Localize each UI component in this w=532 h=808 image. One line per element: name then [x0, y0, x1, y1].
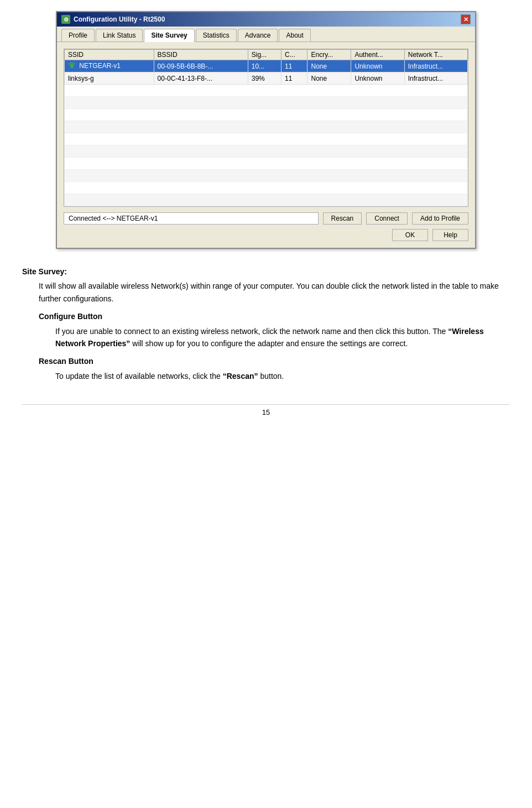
- section-title: Site Survey:: [22, 265, 510, 278]
- rescan-title: Rescan Button: [39, 355, 510, 367]
- cell-ssid: NETGEAR-v1: [65, 60, 154, 72]
- table-row-empty: [65, 170, 468, 182]
- rescan-bold: “Rescan”: [223, 372, 258, 380]
- configure-text-before: If you are unable to connect to an exist…: [55, 327, 448, 336]
- configure-para: If you are unable to connect to an exist…: [55, 325, 510, 350]
- table-row-empty: [65, 194, 468, 206]
- add-to-profile-button[interactable]: Add to Profile: [412, 212, 468, 225]
- cell-nettype: Infrastruct...: [404, 60, 467, 72]
- rescan-para: To update the list of available networks…: [55, 370, 510, 382]
- cell-c: 11: [281, 60, 307, 72]
- col-auth: Authent...: [351, 50, 404, 60]
- table-row[interactable]: linksys-g 00-0C-41-13-F8-... 39% 11 None…: [65, 72, 468, 85]
- window-title: Configuration Utility - Rt2500: [74, 15, 165, 23]
- rescan-text-before: To update the list of available networks…: [55, 372, 223, 380]
- configure-text-after: will show up for you to configure the ad…: [130, 339, 408, 348]
- rescan-button[interactable]: Rescan: [323, 212, 362, 225]
- table-row-empty: [65, 145, 468, 158]
- tab-profile[interactable]: Profile: [61, 29, 95, 41]
- help-button[interactable]: Help: [432, 229, 468, 241]
- cell-nettype: Infrastruct...: [404, 72, 467, 85]
- cell-sig: 39%: [248, 72, 281, 85]
- cell-sig: 10...: [248, 60, 281, 72]
- configure-title: Configure Button: [39, 310, 510, 322]
- network-table: SSID BSSID Sig... C... Encry... Authent.…: [64, 49, 468, 206]
- status-box: Connected <--> NETGEAR-v1: [64, 212, 319, 225]
- cell-auth: Unknown: [351, 72, 404, 85]
- table-row-empty: [65, 121, 468, 133]
- close-button[interactable]: ✕: [461, 14, 471, 24]
- col-encry: Encry...: [307, 50, 351, 60]
- svg-point-0: [70, 65, 74, 68]
- cell-bssid: 00-0C-41-13-F8-...: [154, 72, 248, 85]
- tab-bar: Profile Link Status Site Survey Statisti…: [57, 27, 475, 42]
- tab-statistics[interactable]: Statistics: [196, 29, 237, 41]
- table-row-empty: [65, 158, 468, 170]
- ok-row: OK Help: [64, 229, 468, 241]
- cell-bssid: 00-09-5B-6B-8B-...: [154, 60, 248, 72]
- cell-ssid: linksys-g: [65, 72, 154, 85]
- cell-encry: None: [307, 72, 351, 85]
- rescan-text-after: button.: [258, 372, 284, 380]
- titlebar: ⚙ Configuration Utility - Rt2500 ✕: [57, 12, 475, 27]
- page-number: 15: [22, 404, 510, 416]
- tab-link-status[interactable]: Link Status: [96, 29, 143, 41]
- network-table-container: SSID BSSID Sig... C... Encry... Authent.…: [64, 49, 468, 207]
- table-row[interactable]: NETGEAR-v1 00-09-5B-6B-8B-... 10... 11 N…: [65, 60, 468, 72]
- table-row-empty: [65, 109, 468, 121]
- col-bssid: BSSID: [154, 50, 248, 60]
- cell-encry: None: [307, 60, 351, 72]
- col-c: C...: [281, 50, 307, 60]
- config-utility-window: ⚙ Configuration Utility - Rt2500 ✕ Profi…: [56, 11, 476, 249]
- connect-button[interactable]: Connect: [366, 212, 408, 225]
- intro-para: It will show all available wireless Netw…: [39, 280, 510, 305]
- tab-site-survey[interactable]: Site Survey: [144, 29, 194, 42]
- table-row-empty: [65, 182, 468, 194]
- titlebar-left: ⚙ Configuration Utility - Rt2500: [61, 15, 165, 24]
- network-icon: [68, 62, 76, 70]
- col-nettype: Network T...: [404, 50, 467, 60]
- doc-section: Site Survey: It will show all available …: [22, 260, 510, 382]
- window-content: SSID BSSID Sig... C... Encry... Authent.…: [57, 42, 475, 248]
- table-row-empty: [65, 133, 468, 145]
- cell-c: 11: [281, 72, 307, 85]
- app-icon: ⚙: [61, 15, 70, 24]
- table-row-empty: [65, 97, 468, 109]
- col-sig: Sig...: [248, 50, 281, 60]
- col-ssid: SSID: [65, 50, 154, 60]
- ok-button[interactable]: OK: [392, 229, 428, 241]
- tab-advance[interactable]: Advance: [238, 29, 278, 41]
- tab-about[interactable]: About: [279, 29, 310, 41]
- table-row-empty: [65, 85, 468, 97]
- cell-auth: Unknown: [351, 60, 404, 72]
- bottom-bar: Connected <--> NETGEAR-v1 Rescan Connect…: [64, 212, 468, 225]
